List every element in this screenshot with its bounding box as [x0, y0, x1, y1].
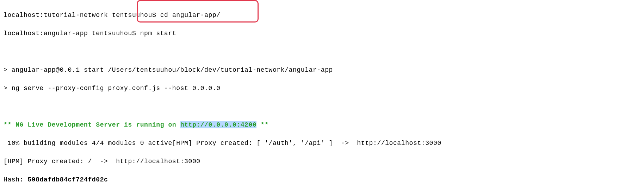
prompt-user: tentsuuhou	[112, 12, 152, 19]
ng-live-prefix: ** NG Live Development Server is running…	[4, 121, 180, 128]
terminal-output[interactable]: localhost:tutorial-network tentsuuhou$ c…	[0, 0, 644, 192]
prompt-dir: tutorial-network	[44, 12, 108, 19]
npm-command-line: > ng serve --proxy-config proxy.conf.js …	[4, 84, 644, 93]
prompt-symbol: $	[132, 30, 136, 37]
command-text: cd angular-app/	[160, 12, 221, 19]
command-text: npm start	[140, 30, 177, 37]
prompt-host: localhost	[4, 12, 40, 19]
prompt-user: tentsuuhou	[92, 30, 132, 37]
hash-line: Hash: 598dafdb84cf724fd02c	[4, 175, 644, 184]
hash-label: Hash:	[4, 176, 27, 183]
prompt-symbol: $	[152, 12, 156, 19]
ng-live-line: ** NG Live Development Server is running…	[4, 120, 644, 129]
ng-live-suffix: **	[256, 121, 268, 128]
build-progress-line: 10% building modules 4/4 modules 0 activ…	[4, 139, 644, 148]
hash-value: 598dafdb84cf724fd02c	[27, 176, 108, 183]
blank-line	[4, 47, 644, 56]
prompt-line-2: localhost:angular-app tentsuuhou$ npm st…	[4, 29, 644, 38]
prompt-line-1: localhost:tutorial-network tentsuuhou$ c…	[4, 11, 644, 20]
blank-line	[4, 102, 644, 111]
prompt-dir: angular-app	[44, 30, 88, 37]
hpm-proxy-line: [HPM] Proxy created: / -> http://localho…	[4, 157, 644, 166]
prompt-host: localhost	[4, 30, 40, 37]
ng-live-url[interactable]: http://0.0.0.0:4200	[180, 121, 257, 128]
npm-script-line: > angular-app@0.0.1 start /Users/tentsuu…	[4, 65, 644, 75]
